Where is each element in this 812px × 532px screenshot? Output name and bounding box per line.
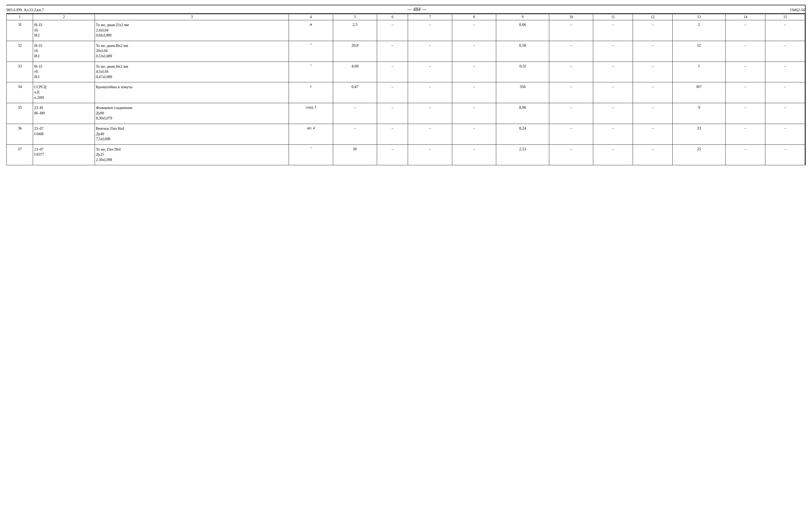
col-header-8: 8 [452,14,496,20]
table-cell: – [765,103,805,124]
table-cell: 2 [672,20,726,41]
table-cell: – [593,20,633,41]
table-cell: – [593,41,633,61]
table-cell: – [593,124,633,144]
table-cell: – [633,41,672,61]
table-cell: – [765,144,805,165]
table-cell: – [725,124,765,144]
table-cell: 36 [7,124,33,144]
header-center: — 484 — [407,6,426,12]
table-cell: I2 [672,41,726,61]
table-cell: – [633,61,672,82]
table-cell: 2,5 [333,20,377,41]
table-cell: – [633,124,672,144]
col-header-12: 12 [633,14,672,20]
table-cell: 3I [7,20,33,41]
col-header-2: 2 [33,14,95,20]
table-cell: – [408,41,452,61]
table-cell: Кронштейны и хомуты [95,82,289,103]
table-cell: соед. I [289,103,333,124]
table-cell: 0,5I [496,61,549,82]
table-cell: – [333,124,377,144]
table-cell: То же, диам.I8х2 мм20хI,040,53хI,089 [95,41,289,61]
table-cell: 33 [672,124,726,144]
table-cell: 8,96 [496,103,549,124]
table-cell: – [408,144,452,165]
table-cell: – [593,144,633,165]
col-header-6: 6 [377,14,408,20]
col-header-15: 15 [765,14,805,20]
table-cell: – [408,82,452,103]
table-cell: – [765,82,805,103]
table-cell: – [377,144,408,165]
table-cell: – [549,61,593,82]
table-cell: I0 [333,144,377,165]
table-cell: Вентиль I5кч I6пIДу407,5хI,098 [95,124,289,144]
table-cell: I67 [672,82,726,103]
table-cell: 23–07I-04I8 [33,124,95,144]
table-cell: – [452,82,496,103]
col-header-1: 1 [7,14,33,20]
table-cell: – [408,61,452,82]
col-header-14: 14 [725,14,765,20]
table-cell: – [633,103,672,124]
col-header-3: 3 [95,14,289,20]
table-cell: 0I–I3тб.I8.I [33,20,95,41]
table-cell: – [377,41,408,61]
table-cell: 9 [672,103,726,124]
table-cell: т [289,82,333,103]
table-cell: – [725,82,765,103]
table-cell: – [765,20,805,41]
header-right: 19462-56 [790,8,805,12]
table-cell: – [408,124,452,144]
table-row: 3523–I006–I00Фланцевое соединениеДу808,3… [7,103,805,124]
table-cell: 0,58 [496,41,549,61]
table-cell: – [408,103,452,124]
table-cell: – [593,61,633,82]
header-left: 903-I-I99. Ал.I3.2,кн.7 [6,8,44,12]
table-cell: – [593,103,633,124]
table-cell: – [377,103,408,124]
table-cell: 0I–I3тб.I8.I [33,41,95,61]
table-cell: – [452,124,496,144]
table-cell: – [765,41,805,61]
table-cell: 2,53 [496,144,549,165]
table-cell: 356 [496,82,549,103]
table-cell: – [549,82,593,103]
table-cell: – [549,103,593,124]
header-row: 903-I-I99. Ал.I3.2,кн.7 — 484 — 19462-56 [6,5,805,14]
table-row: 3I0I–I3тб.I8.IТо же, диам.25х2 мм2,4хI,0… [7,20,805,41]
table-cell: – [452,61,496,82]
table-cell: – [725,20,765,41]
table-cell: 0,47 [333,82,377,103]
table-cell: " [289,144,333,165]
table-row: 3623–07I-04I8Вентиль I5кч I6пIДу407,5хI,… [7,124,805,144]
table-cell: 23–I006–I00 [33,103,95,124]
table-row: 3723–07I-0377То же, I5кч I9пIДу252,30хI,… [7,144,805,165]
table-cell: I [672,61,726,82]
table-cell: – [725,144,765,165]
table-cell: – [452,41,496,61]
col-header-10: 10 [549,14,593,20]
col-header-7: 7 [408,14,452,20]
table-cell: – [377,82,408,103]
table-cell: То же, диам.I4х2 мм4,5хI,040,47хI,089 [95,61,289,82]
table-cell: 4,68 [333,61,377,82]
table-cell: – [549,124,593,144]
col-header-13: 13 [672,14,726,20]
table-cell: – [377,61,408,82]
table-cell: – [333,103,377,124]
col-header-5: 5 [333,14,377,20]
table-row: 320I–I3тб.I8.IТо же, диам.I8х2 мм20хI,04… [7,41,805,61]
table-cell: – [377,20,408,41]
table-cell: – [408,20,452,41]
table-cell: " [289,41,333,61]
table-cell: – [452,20,496,41]
table-cell: То же, I5кч I9пIДу252,30хI,098 [95,144,289,165]
table-cell: 8,24 [496,124,549,144]
table-row: 34ССРСЦч.IIп.20I9Кронштейны и хомутыт0,4… [7,82,805,103]
table-cell: – [765,124,805,144]
table-cell: – [633,20,672,41]
table-cell: – [633,82,672,103]
main-table: 1 2 3 4 5 6 7 8 9 10 11 12 13 14 15 3I0I… [6,14,805,165]
